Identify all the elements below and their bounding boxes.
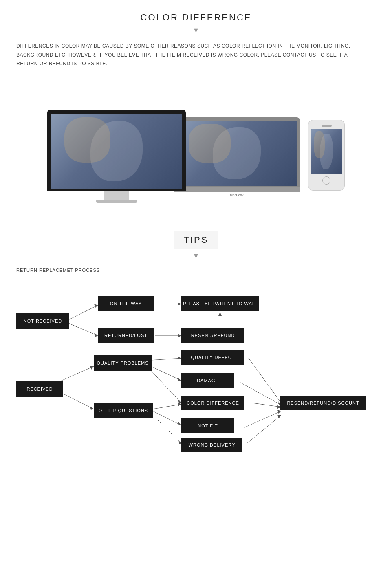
- received-box: RECEIVED: [16, 381, 63, 397]
- color-diff-description: DIFFERENCES IN COLOR MAY BE CAUSED BY SO…: [16, 42, 367, 68]
- fashion-image-laptop: [177, 121, 297, 186]
- svg-marker-19: [178, 399, 181, 403]
- svg-marker-25: [178, 440, 181, 444]
- desktop-screen-outer: [47, 110, 186, 191]
- svg-marker-17: [178, 378, 181, 381]
- tips-header-line-left: [16, 240, 174, 240]
- return-process-label: RETURN REPLACEMET PROCESS: [16, 268, 376, 273]
- svg-line-30: [253, 403, 281, 407]
- fashion-image-phone: [311, 129, 342, 174]
- svg-marker-23: [178, 422, 181, 425]
- phone-outer: [308, 120, 345, 191]
- not-received-box: NOT RECEIVED: [16, 313, 69, 329]
- laptop: MacBook: [174, 117, 300, 197]
- svg-marker-15: [178, 356, 181, 360]
- please-wait-box: PLEASE BE PATIENT TO WAIT: [181, 296, 259, 311]
- svg-line-34: [247, 415, 281, 444]
- laptop-screen-outer: [174, 117, 300, 187]
- svg-marker-5: [178, 302, 181, 306]
- svg-marker-3: [94, 333, 98, 337]
- svg-marker-1: [94, 304, 98, 308]
- not-fit-box: NOT FIT: [181, 418, 234, 433]
- color-difference-box: COLOR DIFFERENCE: [181, 396, 244, 410]
- header-line-left: [16, 18, 133, 18]
- devices-illustration: MacBook: [16, 81, 376, 203]
- svg-line-0: [69, 305, 98, 319]
- svg-line-10: [57, 366, 94, 383]
- laptop-screen: [177, 121, 297, 186]
- desktop-monitor: [47, 110, 186, 203]
- tips-section: TIPS ▼ RETURN REPLACEMET PROCESS: [0, 227, 392, 466]
- quality-defect-box: QUALITY DEFECT: [181, 350, 244, 365]
- returned-lost-box: RETURNED/LOST: [98, 328, 154, 343]
- flow-diagram: NOT RECEIVED ON THE WAY RETURNED/LOST PL…: [16, 283, 375, 458]
- color-difference-section: COLOR DIFFERENCE ▼ DIFFERENCES IN COLOR …: [0, 0, 392, 227]
- section-title: COLOR DIFFERENCE: [133, 12, 259, 23]
- svg-line-24: [153, 415, 181, 444]
- chevron-down-icon: ▼: [16, 26, 376, 35]
- phone-screen: [311, 129, 342, 174]
- section-header: COLOR DIFFERENCE: [16, 12, 376, 23]
- svg-marker-11: [90, 366, 94, 370]
- svg-marker-9: [218, 312, 222, 316]
- svg-marker-7: [178, 334, 181, 337]
- other-questions-box: OTHER QUESTIONS: [94, 403, 153, 418]
- tips-section-title: TIPS: [174, 231, 218, 249]
- svg-marker-21: [178, 403, 181, 406]
- tips-section-header: TIPS: [16, 231, 376, 249]
- laptop-label: MacBook: [174, 193, 300, 197]
- svg-line-2: [69, 323, 98, 336]
- svg-marker-33: [277, 410, 281, 414]
- svg-marker-35: [277, 415, 281, 418]
- on-the-way-box: ON THE WAY: [98, 296, 154, 311]
- wrong-delivery-box: WRONG DELIVERY: [181, 438, 242, 452]
- quality-problems-box: QUALITY PROBLEMS: [94, 355, 152, 371]
- tips-chevron-down-icon: ▼: [16, 252, 376, 260]
- svg-line-20: [153, 404, 181, 409]
- desktop-stand: [104, 191, 129, 200]
- svg-marker-13: [90, 406, 94, 410]
- phone-speaker: [322, 125, 332, 127]
- svg-line-28: [240, 383, 281, 405]
- smartphone: [308, 120, 345, 191]
- svg-line-32: [244, 411, 281, 427]
- svg-line-18: [151, 370, 181, 403]
- desktop-foot: [96, 200, 137, 203]
- resend-refund-top-box: RESEND/REFUND: [181, 328, 244, 343]
- resend-refund-discount-box: RESEND/REFUND/DISCOUNT: [280, 396, 366, 410]
- svg-line-26: [249, 358, 281, 403]
- svg-line-16: [151, 366, 181, 381]
- svg-line-22: [153, 411, 181, 425]
- damage-box: DAMAGE: [181, 373, 234, 388]
- desktop-screen: [51, 114, 182, 189]
- fashion-image-desktop: [51, 114, 182, 189]
- tips-header-line-right: [218, 240, 376, 240]
- svg-line-14: [151, 358, 181, 360]
- header-line-right: [259, 18, 376, 18]
- phone-home-button: [322, 176, 330, 185]
- laptop-base: [174, 187, 300, 192]
